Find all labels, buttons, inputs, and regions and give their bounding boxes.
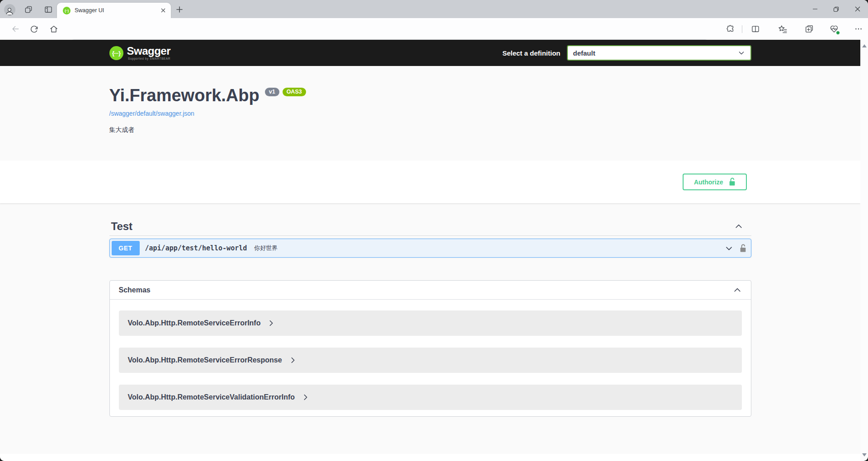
auth-lock-icon[interactable] [740, 244, 746, 253]
browser-toolbar: localhost:19001/swagger/index.html [0, 18, 868, 40]
scrollbar-down-arrow-icon[interactable] [862, 453, 867, 456]
endpoint-summary: 你好世界 [254, 244, 278, 252]
scheme-container: Authorize [0, 160, 860, 203]
tag-title: Test [111, 220, 133, 233]
split-screen-icon [751, 24, 760, 33]
opblock-get-hello-world[interactable]: GET /api/app/test/hello-world 你好世界 [109, 239, 751, 258]
model-row-remote-service-error-info[interactable]: Volo.Abp.Http.RemoteServiceErrorInfo [119, 310, 742, 336]
page-bottom-band [0, 454, 860, 461]
expand-chevron-down-icon[interactable] [725, 244, 733, 253]
model-row-remote-service-validation-error-info[interactable]: Volo.Abp.Http.RemoteServiceValidationErr… [119, 385, 742, 410]
restore-icon [833, 6, 839, 12]
chevron-right-icon[interactable] [269, 320, 274, 326]
page-content: {···} Swagger Supported by SMARTBEAR Sel… [0, 40, 860, 461]
collections-icon [805, 24, 814, 33]
swagger-topbar: {···} Swagger Supported by SMARTBEAR Sel… [0, 40, 860, 66]
restore-button[interactable] [826, 0, 847, 18]
model-name: Volo.Abp.Http.RemoteServiceErrorInfo [128, 319, 261, 327]
definition-select-label: Select a definition [502, 49, 560, 57]
oas3-badge: OAS3 [283, 88, 306, 96]
authorize-button[interactable]: Authorize [683, 174, 747, 190]
version-badge: v1 [265, 88, 279, 96]
profile-button[interactable] [4, 4, 15, 15]
tab-strip: {··} Swagger UI [0, 0, 868, 18]
swagger-logo: {···} Swagger Supported by SMARTBEAR [109, 46, 171, 60]
swagger-favicon-icon: {··} [63, 7, 71, 14]
model-name: Volo.Abp.Http.RemoteServiceValidationErr… [128, 393, 295, 401]
tag-section-header-test[interactable]: Test [109, 217, 751, 236]
workspaces-button[interactable] [23, 4, 34, 15]
window-controls [804, 0, 868, 18]
browser-essentials-button[interactable] [829, 24, 839, 34]
model-row-remote-service-error-response[interactable]: Volo.Abp.Http.RemoteServiceErrorResponse [119, 348, 742, 373]
avatar [4, 4, 15, 15]
unlock-icon [729, 178, 736, 186]
chevron-right-icon[interactable] [303, 394, 308, 400]
collapse-chevron-up-icon[interactable] [733, 286, 742, 295]
definition-select-value: default [573, 49, 738, 57]
api-title: Yi.Framework.Abpv1OAS3 [109, 66, 751, 105]
chevron-down-icon [738, 49, 745, 56]
home-button[interactable] [49, 24, 59, 34]
schemas-section: Schemas Volo.Abp.Http.RemoteServiceError… [109, 280, 751, 417]
plus-icon [176, 6, 183, 13]
chevron-right-icon[interactable] [290, 357, 296, 363]
collapse-chevron-up-icon[interactable] [734, 222, 743, 231]
endpoint-path: /api/app/test/hello-world [145, 244, 247, 252]
minimize-button[interactable] [804, 0, 826, 18]
tab-actions-icon [44, 5, 53, 14]
essentials-status-dot [836, 31, 840, 35]
api-info-section: Yi.Framework.Abpv1OAS3 /swagger/default/… [0, 66, 860, 160]
collections-button[interactable] [804, 24, 814, 34]
tab-actions-button[interactable] [42, 4, 54, 15]
page-scrollbar[interactable] [860, 40, 868, 461]
favorites-star-lines-icon [778, 24, 788, 34]
swagger-logo-icon: {···} [109, 46, 123, 60]
swagger-wordmark: Swagger [127, 46, 171, 56]
back-arrow-icon [11, 24, 20, 33]
favorites-button[interactable] [778, 24, 788, 34]
more-dots-icon [854, 25, 863, 33]
settings-more-button[interactable] [854, 24, 863, 34]
extensions-button[interactable] [726, 24, 736, 34]
close-icon [161, 8, 165, 13]
close-window-button[interactable] [847, 0, 868, 18]
api-title-text: Yi.Framework.Abp [109, 86, 259, 105]
spec-json-link[interactable]: /swagger/default/swagger.json [109, 110, 194, 117]
tab-title: Swagger UI [75, 7, 159, 14]
refresh-icon [30, 25, 38, 33]
minimize-icon [812, 6, 818, 12]
browser-window: {··} Swagger UI [0, 0, 868, 461]
home-icon [49, 24, 58, 33]
refresh-button[interactable] [29, 24, 39, 34]
close-icon [855, 6, 860, 12]
scrollbar-up-arrow-icon[interactable] [862, 44, 867, 47]
new-tab-button[interactable] [174, 4, 185, 15]
authorize-label: Authorize [694, 179, 723, 186]
extensions-puzzle-icon [726, 24, 735, 33]
split-screen-button[interactable] [750, 24, 760, 34]
api-description: 集大成者 [109, 126, 751, 134]
workspaces-icon [24, 5, 33, 14]
tab-close-button[interactable] [159, 6, 167, 14]
definition-select[interactable]: default [567, 45, 751, 61]
toolbar-divider [742, 25, 742, 33]
schemas-title: Schemas [119, 286, 151, 294]
back-button[interactable] [10, 24, 20, 34]
method-badge-get: GET [112, 241, 140, 255]
swagger-tagline: Supported by SMARTBEAR [127, 57, 171, 60]
model-name: Volo.Abp.Http.RemoteServiceErrorResponse [128, 356, 282, 364]
schemas-header[interactable]: Schemas [110, 281, 751, 300]
browser-tab-swagger-ui[interactable]: {··} Swagger UI [57, 3, 171, 18]
